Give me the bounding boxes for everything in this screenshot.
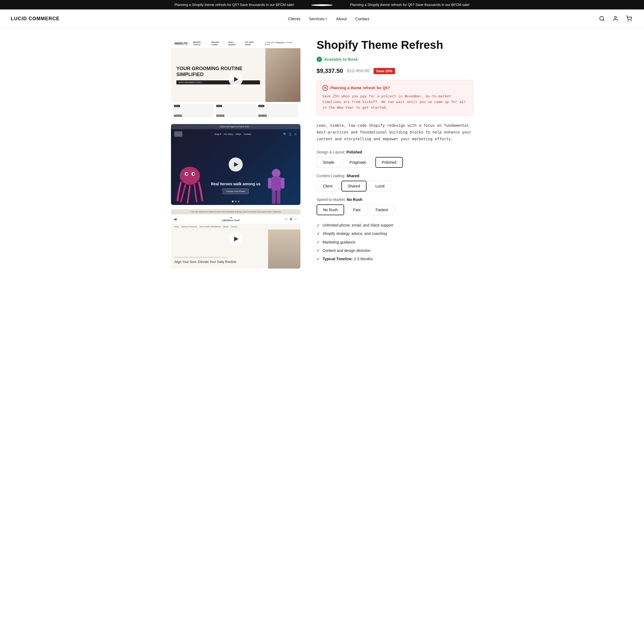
feature-4: ✓ Content and design direction xyxy=(317,246,473,255)
available-badge: Available to Book xyxy=(317,57,473,62)
aberlite-cta: SHOP GROOMING TOOLS xyxy=(176,80,260,84)
content-option-client[interactable]: Client xyxy=(317,181,339,191)
dot-2 xyxy=(235,201,237,202)
speed-option-fast[interactable]: Fast xyxy=(347,204,366,215)
nav-contact[interactable]: Contact xyxy=(355,16,369,21)
cart-button[interactable] xyxy=(625,14,633,23)
svg-point-0 xyxy=(600,16,604,20)
speed-option-fastest[interactable]: Fastest xyxy=(369,204,394,215)
content-option-buttons: Client Shared Lucid xyxy=(317,181,473,191)
available-check-icon xyxy=(317,57,322,62)
aberlite-header: ABERLITE BEARD TOOLS BEARD CARE BALL BUD… xyxy=(171,39,300,48)
play-icon xyxy=(234,162,238,167)
aberlite-nav: BEARD TOOLS BEARD CARE BALL BUDDY KIT AN… xyxy=(193,41,259,46)
nav-clients[interactable]: Clients xyxy=(288,16,300,21)
svg-line-1 xyxy=(603,20,604,21)
pagination-dots xyxy=(232,201,239,202)
search-icon xyxy=(599,16,605,22)
feature-2: ✓ Shopify strategy, advice, and coaching xyxy=(317,229,473,238)
heroes-nav: Shop ▾ Our Story FAQs Contact 🔍👤🛒 xyxy=(171,129,300,139)
product-title: Shopify Theme Refresh xyxy=(317,39,473,51)
character-illustration xyxy=(265,167,287,205)
main-content: ABERLITE BEARD TOOLS BEARD CARE BALL BUD… xyxy=(160,28,484,279)
svg-point-8 xyxy=(186,173,188,175)
account-icon xyxy=(612,16,618,22)
search-button[interactable] xyxy=(598,14,606,23)
svg-rect-15 xyxy=(277,191,280,204)
announcement-text-2: Planning a Shopify theme refresh for Q5?… xyxy=(339,3,481,7)
svg-rect-11 xyxy=(272,177,281,191)
play-button-2[interactable] xyxy=(229,157,243,172)
main-nav: Clients Services ▾ About Contact xyxy=(288,16,369,21)
feature-5: ✓ Typical Timeline: 2-3 Months xyxy=(317,255,473,263)
heroes-body xyxy=(171,139,300,205)
product-card-1: NEW! SAVE 10% xyxy=(173,104,214,118)
header-icons xyxy=(598,14,633,23)
aberlite-shipping: ✓ Free U.S. Shipping on Orders $100+ xyxy=(265,42,297,46)
heroes-headline: Real heroes walk among us xyxy=(211,182,261,186)
features-list: ✓ Unlimited phone, email, and Slack supp… xyxy=(317,221,473,263)
play-icon xyxy=(234,237,238,241)
design-option-buttons: Simple Pragmatic Polished xyxy=(317,157,473,168)
announcement-bar: Planning a Shopify theme refresh for Q5?… xyxy=(0,0,644,9)
header: LUCID COMMERCE Clients Services ▾ About … xyxy=(0,9,644,28)
gallery: ABERLITE BEARD TOOLS BEARD CARE BALL BUD… xyxy=(171,39,300,269)
feature-3: ✓ Marketing guidance xyxy=(317,238,473,246)
svg-point-10 xyxy=(272,169,280,177)
heroes-text-overlay: Real heroes walk among us Choose Your Po… xyxy=(211,182,261,194)
aberlite-hero-image xyxy=(265,48,300,102)
speed-option-no-rush[interactable]: No Rush xyxy=(317,204,344,215)
svg-point-3 xyxy=(628,20,628,21)
heroes-nav-links: Shop ▾ Our Story FAQs Contact xyxy=(214,133,251,135)
svg-point-2 xyxy=(614,16,616,18)
dot-3 xyxy=(238,201,239,202)
heroes-cta-button[interactable]: Choose Your Power xyxy=(223,189,249,194)
chevron-down-icon: ▾ xyxy=(326,17,327,20)
account-button[interactable] xyxy=(611,14,620,23)
speed-label: Speed-to-Market: No Rush xyxy=(317,197,473,202)
play-button-1[interactable] xyxy=(229,72,243,86)
inbalance-headline: Align Your Soul. Elevate Your Daily Rout… xyxy=(174,260,265,264)
inbalance-nav: ShopSpiritual SessionsSound Bath Meditat… xyxy=(171,224,300,229)
octopus-illustration xyxy=(174,165,206,205)
product-description: Lean, nimble, low-code Shopify redesign … xyxy=(317,122,473,143)
design-option-polished[interactable]: Polished xyxy=(375,157,403,168)
announcement-text-1: Planning a Shopify theme refresh for Q5?… xyxy=(164,3,305,7)
available-text: Available to Book xyxy=(324,57,358,61)
svg-rect-14 xyxy=(272,191,276,204)
announcement-dot xyxy=(311,4,333,6)
content-option-lucid[interactable]: Lucid xyxy=(369,181,390,191)
design-option-pragmatic[interactable]: Pragmatic xyxy=(343,157,373,168)
inbalance-image xyxy=(268,229,300,269)
aberlite-headline: YOUR GROOMING ROUTINE SIMPLIFIED xyxy=(176,66,260,77)
design-option-group: Design & Layout: Polished Simple Pragmat… xyxy=(317,150,473,168)
original-price: $12,450.00 xyxy=(347,68,370,74)
heroes-icons: 🔍👤🛒 xyxy=(283,133,297,136)
inbalance-header-icons: 🔍👤🛒 xyxy=(285,218,297,220)
nav-services[interactable]: Services ▾ xyxy=(309,16,328,21)
nav-about[interactable]: About xyxy=(336,16,347,21)
gallery-item-heroes: Collect All Figures & Save 20% → Shop ▾ … xyxy=(171,124,300,205)
content-option-shared[interactable]: Shared xyxy=(341,181,366,191)
play-button-3[interactable] xyxy=(229,232,243,246)
svg-point-5 xyxy=(180,167,200,185)
aberlite-brand: ABERLITE xyxy=(174,42,188,45)
cart-icon xyxy=(626,16,632,22)
design-option-simple[interactable]: Simple xyxy=(317,157,341,168)
promo-body: Save 25% when you pay for a project in N… xyxy=(322,94,467,110)
logo[interactable]: LUCID COMMERCE xyxy=(11,16,60,22)
speed-option-group: Speed-to-Market: No Rush No Rush Fast Fa… xyxy=(317,197,473,215)
svg-rect-13 xyxy=(281,178,285,188)
save-badge: Save 25% xyxy=(374,68,395,74)
feature-1: ✓ Unlimited phone, email, and Slack supp… xyxy=(317,221,473,229)
svg-point-4 xyxy=(631,20,631,21)
heroes-logo xyxy=(174,131,182,137)
pricing: $9,337.50 $12,450.00 Save 25% xyxy=(317,67,473,74)
aberlite-hero-text: YOUR GROOMING ROUTINE SIMPLIFIED SHOP GR… xyxy=(171,48,265,102)
product-card-3: NEW! SAVE 12% xyxy=(258,104,298,118)
aberlite-products: NEW! SAVE 10% NEW! SAVE 10% NEW! SAVE 12… xyxy=(171,102,300,120)
product-details: Shopify Theme Refresh Available to Book … xyxy=(317,39,473,269)
gallery-item-inbalance: Fall Into Self-Care Sales Event! 15% Off… xyxy=(171,209,300,269)
inbalance-header: 📷 ⚜ InBalance Soul 🔍👤🛒 xyxy=(171,214,300,224)
speed-option-buttons: No Rush Fast Fastest xyxy=(317,204,473,215)
